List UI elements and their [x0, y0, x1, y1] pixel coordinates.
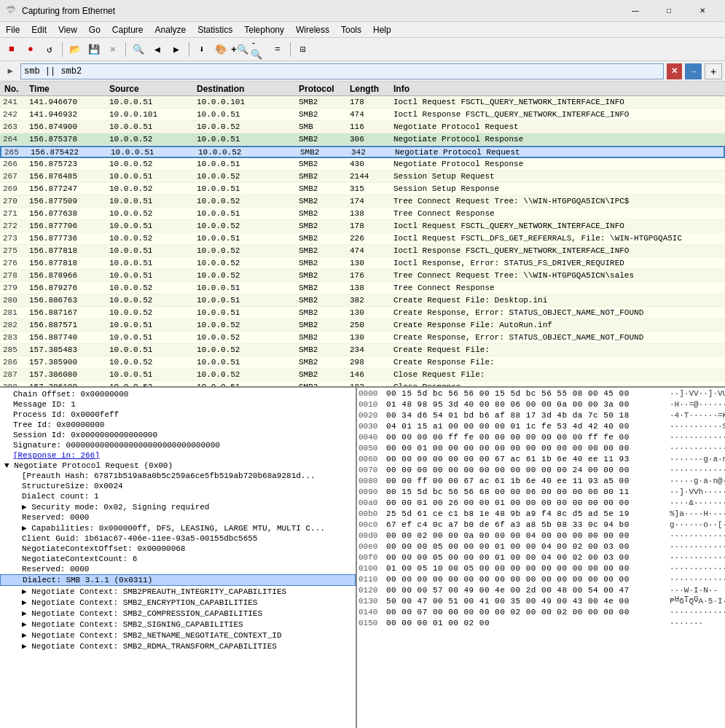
- hex-addr: 00f0: [358, 553, 386, 564]
- menu-item-view[interactable]: View: [52, 22, 83, 37]
- hex-addr: 00a0: [358, 498, 386, 509]
- scroll-end-button[interactable]: ⬇: [193, 41, 211, 58]
- table-row[interactable]: 279 156.879276 10.0.0.52 10.0.0.51 SMB2 …: [0, 282, 725, 294]
- table-row[interactable]: 287 157.386080 10.0.0.51 10.0.0.52 SMB2 …: [0, 369, 725, 381]
- start-button[interactable]: ●: [22, 41, 39, 58]
- hex-pane[interactable]: 0000 00 15 5d bc 56 56 00 15 5d bc 56 55…: [357, 388, 725, 728]
- zoom-in-button[interactable]: +🔍: [231, 41, 248, 58]
- cell-no: 266: [0, 160, 29, 168]
- minimize-button[interactable]: —: [619, 0, 652, 22]
- search-button[interactable]: 🔍: [130, 41, 147, 58]
- cell-source: 10.0.0.52: [109, 234, 197, 243]
- cell-protocol: SMB2: [299, 358, 350, 367]
- go-forward-button[interactable]: ▶: [168, 41, 185, 58]
- menu-item-help[interactable]: Help: [367, 22, 397, 37]
- close-file-button[interactable]: ✖: [104, 41, 122, 58]
- table-row[interactable]: 288 157.386199 10.0.0.52 10.0.0.51 SMB2 …: [0, 381, 725, 388]
- hex-data: 01 48 98 95 3d 40 00 80 06 00 00 0a 00 0…: [386, 400, 665, 411]
- cell-time: 156.886763: [29, 296, 109, 305]
- table-row[interactable]: 271 156.877638 10.0.0.52 10.0.0.51 SMB2 …: [0, 208, 725, 220]
- filter-input[interactable]: [20, 63, 664, 79]
- menu-item-edit[interactable]: Edit: [26, 22, 52, 37]
- hex-addr: 0060: [358, 455, 386, 466]
- table-row[interactable]: 280 156.886763 10.0.0.52 10.0.0.51 SMB2 …: [0, 294, 725, 307]
- detail-line: Reserved: 0000: [0, 512, 356, 522]
- col-source: Source: [109, 84, 197, 94]
- col-length: Length: [350, 84, 393, 94]
- menu-item-telephony[interactable]: Telephony: [238, 22, 290, 37]
- table-row[interactable]: 276 156.877818 10.0.0.51 10.0.0.52 SMB2 …: [0, 257, 725, 270]
- stop-button[interactable]: ■: [3, 41, 20, 58]
- zoom-normal-button[interactable]: =: [269, 41, 286, 58]
- table-row[interactable]: 273 156.877736 10.0.0.52 10.0.0.51 SMB2 …: [0, 232, 725, 245]
- cell-length: 178: [350, 222, 393, 230]
- table-row[interactable]: 265 156.875422 10.0.0.51 10.0.0.52 SMB2 …: [0, 146, 725, 158]
- cell-no: 276: [0, 259, 29, 267]
- detail-pane[interactable]: Chain Offset: 0x00000000Message ID: 1Pro…: [0, 388, 357, 728]
- cell-no: 264: [0, 135, 29, 144]
- hex-data: 00 00 01 00 00 00 00 00 00 00 00 00 00 0…: [386, 444, 665, 455]
- resize-cols-button[interactable]: ⊡: [294, 41, 312, 58]
- menu-item-capture[interactable]: Capture: [106, 22, 149, 37]
- detail-line: ▶ Negotiate Context: SMB2_RDMA_TRANSFORM…: [0, 641, 356, 651]
- table-row[interactable]: 263 156.874900 10.0.0.51 10.0.0.52 SMB 1…: [0, 121, 725, 133]
- cell-dest: 10.0.0.51: [197, 308, 299, 317]
- close-button[interactable]: ✕: [686, 0, 719, 22]
- menu-item-wireless[interactable]: Wireless: [290, 22, 335, 37]
- table-row[interactable]: 270 156.877509 10.0.0.51 10.0.0.52 SMB2 …: [0, 195, 725, 208]
- cell-source: 10.0.0.51: [111, 148, 198, 157]
- open-button[interactable]: 📂: [66, 41, 84, 58]
- hex-addr: 00c0: [358, 520, 386, 531]
- maximize-button[interactable]: □: [652, 0, 686, 22]
- toolbar: ■ ● ↺ 📂 💾 ✖ 🔍 ◀ ▶ ⬇ 🎨 +🔍 -🔍 = ⊡: [0, 38, 725, 61]
- menu-item-statistics[interactable]: Statistics: [192, 22, 238, 37]
- filter-apply-button[interactable]: →: [685, 63, 702, 79]
- table-row[interactable]: 285 157.385483 10.0.0.51 10.0.0.52 SMB2 …: [0, 344, 725, 356]
- table-row[interactable]: 269 156.877247 10.0.0.52 10.0.0.51 SMB2 …: [0, 183, 725, 195]
- detail-line[interactable]: [Response in: 266]: [0, 450, 356, 461]
- menu-item-file[interactable]: File: [0, 22, 26, 37]
- detail-line: ▶ Negotiate Context: SMB2_ENCRYPTION_CAP…: [0, 597, 356, 608]
- table-row[interactable]: 278 156.878966 10.0.0.51 10.0.0.52 SMB2 …: [0, 270, 725, 282]
- table-row[interactable]: 264 156.875378 10.0.0.52 10.0.0.51 SMB2 …: [0, 133, 725, 146]
- hex-ascii: ·H··=@········:·: [665, 400, 724, 411]
- response-link[interactable]: [Response in: 266]: [13, 451, 100, 460]
- hex-data: 00 00 00 05 00 00 00 01 00 00 04 00 02 0…: [386, 553, 665, 564]
- table-row[interactable]: 286 157.385900 10.0.0.52 10.0.0.51 SMB2 …: [0, 356, 725, 369]
- colorize-button[interactable]: 🎨: [212, 41, 230, 58]
- cell-source: 10.0.0.51: [109, 333, 197, 342]
- cell-protocol: SMB2: [299, 370, 350, 379]
- zoom-out-button[interactable]: -🔍: [250, 41, 267, 58]
- save-button[interactable]: 💾: [85, 41, 103, 58]
- cell-dest: 10.0.0.51: [197, 383, 299, 388]
- table-row[interactable]: 267 156.876485 10.0.0.51 10.0.0.52 SMB2 …: [0, 171, 725, 183]
- filter-clear-button[interactable]: ✕: [667, 63, 682, 79]
- menu-item-go[interactable]: Go: [83, 22, 106, 37]
- cell-source: 10.0.0.52: [109, 358, 197, 367]
- cell-no: 279: [0, 283, 29, 292]
- hex-row: 0000 00 15 5d bc 56 56 00 15 5d bc 56 55…: [358, 389, 724, 400]
- restart-button[interactable]: ↺: [41, 41, 58, 58]
- table-row[interactable]: 266 156.875723 10.0.0.52 10.0.0.51 SMB2 …: [0, 158, 725, 171]
- table-row[interactable]: 275 156.877818 10.0.0.51 10.0.0.52 SMB2 …: [0, 245, 725, 257]
- hex-data: 00 00 00 05 00 00 00 01 00 00 04 00 02 0…: [386, 542, 665, 553]
- hex-ascii: ················: [665, 553, 724, 564]
- table-row[interactable]: 272 156.877706 10.0.0.51 10.0.0.52 SMB2 …: [0, 220, 725, 232]
- hex-addr: 0070: [358, 466, 386, 477]
- hex-row: 0100 01 00 05 10 00 05 00 00 00 00 00 00…: [358, 564, 724, 575]
- table-row[interactable]: 283 156.887740 10.0.0.51 10.0.0.52 SMB2 …: [0, 332, 725, 344]
- filter-add-button[interactable]: +: [705, 63, 722, 79]
- col-time: Time: [29, 84, 109, 94]
- go-back-button[interactable]: ◀: [149, 41, 166, 58]
- cell-dest: 10.0.0.51: [197, 283, 299, 292]
- cell-time: 156.887167: [29, 308, 109, 317]
- cell-no: 241: [0, 98, 29, 106]
- table-row[interactable]: 242 141.946932 10.0.0.101 10.0.0.51 SMB2…: [0, 109, 725, 121]
- table-row[interactable]: 281 156.887167 10.0.0.52 10.0.0.51 SMB2 …: [0, 307, 725, 319]
- cell-protocol: SMB2: [299, 271, 350, 280]
- menu-item-tools[interactable]: Tools: [335, 22, 367, 37]
- menu-item-analyze[interactable]: Analyze: [149, 22, 192, 37]
- cell-protocol: SMB2: [299, 333, 350, 342]
- table-row[interactable]: 241 141.946670 10.0.0.51 10.0.0.101 SMB2…: [0, 96, 725, 109]
- table-row[interactable]: 282 156.887571 10.0.0.51 10.0.0.52 SMB2 …: [0, 319, 725, 332]
